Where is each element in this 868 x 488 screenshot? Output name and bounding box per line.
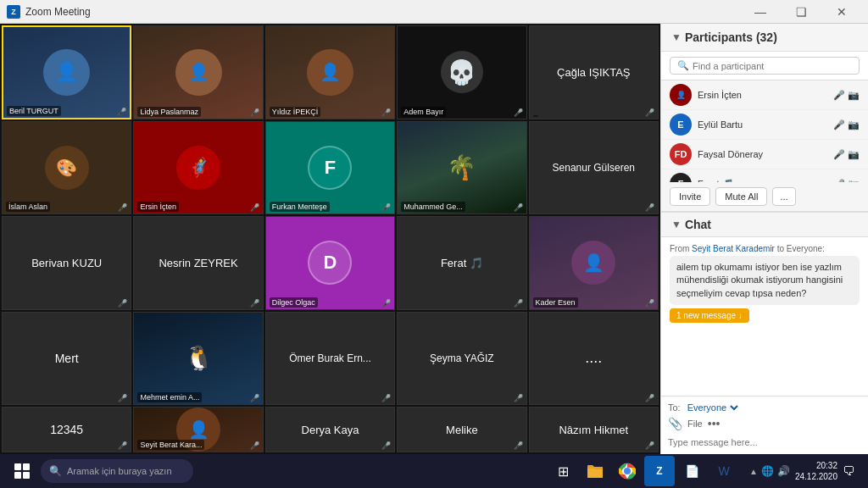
video-cell-ferat[interactable]: Ferat 🎵 🎤 bbox=[397, 216, 526, 310]
mute-icon-seyma: 🎤 bbox=[514, 394, 523, 402]
participant-icons-ersin: 🎤 📷 bbox=[833, 90, 860, 101]
cell-name-nazim-text: Nâzım Hikmet bbox=[555, 420, 632, 440]
chat-message-input[interactable] bbox=[668, 435, 861, 449]
folder-icon bbox=[587, 463, 604, 480]
pdf-button[interactable]: 📄 bbox=[676, 456, 707, 486]
video-cell-muhammed[interactable]: 🌴 Muhammed Ge... 🎤 bbox=[397, 121, 526, 215]
video-cell-mert[interactable]: Mert 🎤 bbox=[2, 312, 131, 406]
word-button[interactable]: W bbox=[709, 456, 739, 486]
clock-time: 20:32 bbox=[795, 460, 837, 471]
video-cell-yildiz[interactable]: 👤 Yıldız İPEKÇİ 🎤 bbox=[265, 25, 395, 119]
cell-name-nesrin-text: Nesrin ZEYREK bbox=[155, 253, 241, 273]
video-cell-omer[interactable]: Ömer Burak Ern... 🎤 bbox=[265, 312, 395, 406]
invite-button[interactable]: Invite bbox=[670, 187, 710, 206]
restore-button[interactable]: ❏ bbox=[782, 0, 821, 24]
chat-sender-link[interactable]: Seyit Berat Karademir bbox=[692, 244, 775, 253]
chrome-button[interactable] bbox=[612, 456, 643, 486]
tray-arrow-icon[interactable]: ▲ bbox=[749, 467, 758, 476]
video-cell-cagla[interactable]: Çağla IŞIKTAŞ 🎤 bbox=[529, 25, 659, 119]
video-cell-melike[interactable]: Melike 🎤 bbox=[397, 407, 526, 452]
cell-name-adem: Adem Bayır bbox=[401, 107, 446, 117]
video-cell-seyma[interactable]: Şeyma YAĞIZ 🎤 bbox=[397, 312, 526, 406]
participant-search-box: 🔍 bbox=[661, 52, 868, 80]
chat-to-select[interactable]: Everyone bbox=[684, 402, 741, 413]
close-button[interactable]: ✕ bbox=[822, 0, 861, 24]
video-cell-beril[interactable]: 👤 Beril TURGUT 🎤 bbox=[2, 25, 131, 119]
mute-icon-12345: 🎤 bbox=[118, 441, 127, 450]
video-cell-derya[interactable]: Derya Kaya 🎤 bbox=[265, 407, 395, 452]
cell-name-muhammed: Muhammed Ge... bbox=[401, 202, 465, 212]
zoom-button[interactable]: Z bbox=[644, 456, 675, 486]
chat-from-label: From Seyit Berat Karademir to Everyone: bbox=[670, 244, 860, 253]
file-label: File bbox=[687, 419, 703, 429]
participant-search-input[interactable] bbox=[693, 61, 852, 71]
participant-icons-eylul: 🎤 📷 bbox=[833, 119, 860, 130]
chrome-icon bbox=[619, 463, 636, 480]
start-button[interactable] bbox=[7, 456, 37, 486]
cell-name-12345-text: 12345 bbox=[50, 423, 83, 436]
notification-icon[interactable]: 🗨 bbox=[843, 464, 854, 478]
mute-icon-furkan: 🎤 bbox=[381, 203, 391, 212]
mute-icon-yildiz: 🎤 bbox=[381, 108, 391, 117]
mute-icon-omer: 🎤 bbox=[381, 394, 391, 402]
video-cell-nazim[interactable]: Nâzım Hikmet 🎤 bbox=[529, 407, 659, 452]
mute-icon-cagla: 🎤 bbox=[645, 108, 654, 117]
video-cell-lidya[interactable]: 👤 Lidya Paslanmaz 🎤 bbox=[133, 25, 263, 119]
cell-name-furkan: Furkan Menteşe bbox=[270, 202, 330, 212]
avatar-eylul: E bbox=[670, 114, 692, 136]
minimize-button[interactable]: — bbox=[741, 0, 780, 24]
mute-icon-ersin: 🎤 bbox=[250, 203, 259, 212]
video-cell-berivan[interactable]: Berivan KUZU 🎤 bbox=[2, 216, 131, 310]
video-cell-ersin[interactable]: 🦸 Ersin İçten 🎤 bbox=[133, 121, 263, 215]
participants-chevron[interactable]: ▼ bbox=[671, 31, 682, 43]
network-icon: 🌐 bbox=[761, 465, 774, 477]
mute-icon-melike: 🎤 bbox=[514, 441, 523, 450]
mute-icon-dots: 🎤 bbox=[645, 394, 654, 402]
video-cell-mehmet[interactable]: 🐧 Mehmet emin A... 🎤 bbox=[133, 312, 263, 406]
video-cell-adem[interactable]: 💀 Adem Bayır 🎤 bbox=[397, 25, 526, 119]
mute-icon-p3: 🎤 bbox=[833, 149, 845, 160]
mute-icon-seyit: 🎤 bbox=[250, 441, 259, 450]
video-cell-dots[interactable]: .... 🎤 bbox=[529, 312, 659, 406]
video-cell-seyit[interactable]: 👤 Seyit Berat Kara... 🎤 bbox=[133, 407, 263, 452]
video-icon-p2: 📷 bbox=[848, 119, 860, 130]
more-chat-options-icon[interactable]: ••• bbox=[708, 417, 721, 430]
video-cell-islam[interactable]: 🎨 İslam Aslan 🎤 bbox=[2, 121, 131, 215]
new-message-button[interactable]: 1 new message ↓ bbox=[670, 308, 749, 323]
participants-title: Participants (32) bbox=[685, 30, 777, 44]
more-options-button[interactable]: ... bbox=[772, 187, 795, 206]
chat-recipient: Everyone: bbox=[787, 244, 825, 253]
avatar-faysal: FD bbox=[670, 143, 692, 165]
taskbar-search[interactable]: 🔍 Aramak için buraya yazın bbox=[41, 459, 193, 483]
mute-icon-nazim: 🎤 bbox=[645, 441, 654, 450]
taskbar-apps: ⊞ Z 📄 bbox=[548, 456, 739, 486]
mute-all-button[interactable]: Mute All bbox=[715, 187, 767, 206]
video-cell-dilgec[interactable]: D Dilgec Olgac 🎤 bbox=[265, 216, 395, 310]
video-cell-nesrin[interactable]: Nesrin ZEYREK 🎤 bbox=[133, 216, 263, 310]
search-icon: 🔍 bbox=[677, 60, 689, 71]
titlebar: Z Zoom Meeting — ❏ ✕ bbox=[0, 0, 868, 24]
task-view-button[interactable]: ⊞ bbox=[548, 456, 578, 486]
cell-name-ersin: Ersin İçten bbox=[137, 202, 179, 212]
video-cell-kader[interactable]: 👤 Kader Esen 🎤 bbox=[529, 216, 659, 310]
chat-chevron[interactable]: ▼ bbox=[671, 219, 682, 230]
taskbar-search-text: Aramak için buraya yazın bbox=[67, 466, 172, 476]
cell-name-omer-text: Ömer Burak Ern... bbox=[286, 349, 375, 368]
cell-name-derya-text: Derya Kaya bbox=[298, 420, 363, 440]
mute-icon-mert: 🎤 bbox=[118, 394, 127, 402]
participants-actions: Invite Mute All ... bbox=[661, 182, 868, 213]
search-input-wrap: 🔍 bbox=[670, 57, 860, 75]
to-text: to bbox=[777, 244, 787, 253]
cell-name-islam: İslam Aslan bbox=[6, 202, 50, 212]
volume-icon[interactable]: 🔊 bbox=[777, 465, 790, 477]
file-explorer-button[interactable] bbox=[580, 456, 610, 486]
system-tray: ▲ 🌐 🔊 20:32 24.12.2020 🗨 bbox=[743, 460, 861, 482]
video-cell-furkan[interactable]: F Furkan Menteşe 🎤 bbox=[265, 121, 395, 215]
app-icon: Z bbox=[7, 5, 20, 19]
cell-name-melike-text: Melike bbox=[442, 420, 481, 440]
video-cell-12345[interactable]: 12345 🎤 bbox=[2, 407, 131, 452]
cell-name-berivan-text: Berivan KUZU bbox=[28, 253, 105, 273]
video-cell-senanur[interactable]: Senanur Gülseren 🎤 bbox=[529, 121, 659, 215]
mute-icon-lidya: 🎤 bbox=[250, 108, 259, 117]
file-icon[interactable]: 📎 bbox=[668, 417, 682, 430]
